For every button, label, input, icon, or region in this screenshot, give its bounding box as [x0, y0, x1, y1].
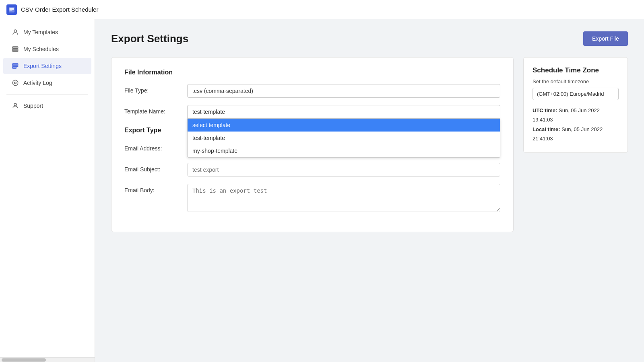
email-body-input[interactable] — [187, 184, 500, 212]
local-time-row: Local time: Sun, 05 Jun 2022 21:41:03 — [533, 125, 619, 144]
sidebar-scroll-thumb — [2, 358, 46, 362]
page-title: Export Settings — [111, 33, 188, 45]
svg-rect-3 — [12, 49, 18, 50]
person-icon — [11, 28, 19, 36]
sidebar-item-label: Activity Log — [23, 80, 52, 86]
template-option-my-shop-template[interactable]: my-shop-template — [188, 144, 500, 157]
app-title: CSV Order Export Scheduler — [21, 6, 99, 13]
sidebar: My Templates My Schedules — [0, 19, 95, 362]
utc-time-row: UTC time: Sun, 05 Jun 2022 19:41:03 — [533, 106, 619, 125]
timezone-card: Schedule Time Zone Set the default timez… — [523, 57, 628, 153]
email-subject-control — [187, 163, 500, 177]
sidebar-item-label: My Templates — [23, 29, 58, 35]
timezone-set-label: Set the default timezone — [533, 78, 619, 84]
main-content: Export Settings Export File File Informa… — [95, 19, 644, 362]
grid-icon — [11, 62, 19, 70]
topbar: CSV Order Export Scheduler — [0, 0, 644, 19]
template-name-select[interactable]: select template test-template my-shop-te… — [187, 105, 500, 119]
template-name-control: select template test-template my-shop-te… — [187, 105, 500, 119]
timezone-select[interactable]: (GMT+02:00) Europe/Madrid (GMT+00:00) UT… — [533, 88, 619, 100]
sidebar-item-support[interactable]: Support — [3, 98, 91, 114]
template-name-label: Template Name: — [124, 105, 181, 115]
app-logo — [6, 4, 17, 15]
list-icon — [11, 45, 19, 53]
sidebar-support-label: Support — [23, 103, 43, 109]
svg-rect-2 — [12, 47, 18, 48]
email-subject-input[interactable] — [187, 163, 500, 177]
sidebar-scrollbar[interactable] — [0, 357, 95, 362]
email-subject-row: Email Subject: — [124, 163, 500, 177]
support-person-icon — [11, 102, 19, 110]
local-time-label: Local time: — [533, 126, 560, 132]
page-header: Export Settings Export File — [111, 31, 628, 46]
utc-time-label: UTC time: — [533, 107, 557, 113]
svg-point-10 — [14, 103, 17, 106]
export-settings-card: File Information File Type: .csv (comma-… — [111, 57, 514, 232]
svg-rect-4 — [12, 50, 18, 51]
email-body-row: Email Body: — [124, 184, 500, 213]
email-body-control — [187, 184, 500, 213]
template-dropdown-list: select template test-template my-shop-te… — [187, 119, 500, 158]
sidebar-item-my-schedules[interactable]: My Schedules — [3, 41, 91, 57]
file-type-control: .csv (comma-separated) .tsv (tab-separat… — [187, 84, 500, 98]
svg-point-9 — [14, 82, 17, 84]
file-type-label: File Type: — [124, 84, 181, 94]
timezone-times: UTC time: Sun, 05 Jun 2022 19:41:03 Loca… — [533, 106, 619, 144]
sidebar-item-export-settings[interactable]: Export Settings — [3, 58, 91, 74]
svg-rect-7 — [12, 67, 16, 68]
template-option-select-template[interactable]: select template — [188, 119, 500, 132]
email-body-label: Email Body: — [124, 184, 181, 193]
svg-rect-5 — [12, 64, 18, 65]
template-name-row: Template Name: select template test-temp… — [124, 105, 500, 119]
svg-rect-6 — [12, 66, 18, 67]
export-file-button[interactable]: Export File — [583, 31, 628, 46]
sidebar-item-my-templates[interactable]: My Templates — [3, 24, 91, 40]
sidebar-item-label: My Schedules — [23, 46, 59, 52]
svg-point-8 — [12, 80, 18, 86]
email-address-label: Email Address: — [124, 142, 181, 152]
sidebar-divider — [6, 94, 88, 95]
activity-icon — [11, 79, 19, 87]
sidebar-item-activity-log[interactable]: Activity Log — [3, 75, 91, 91]
file-information-title: File Information — [124, 69, 500, 76]
sidebar-item-label: Export Settings — [23, 63, 62, 69]
timezone-title: Schedule Time Zone — [533, 66, 619, 74]
svg-point-1 — [14, 30, 17, 32]
template-option-test-template[interactable]: test-template — [188, 132, 500, 144]
content-area: File Information File Type: .csv (comma-… — [111, 57, 628, 232]
sidebar-nav: My Templates My Schedules — [0, 19, 95, 357]
email-subject-label: Email Subject: — [124, 163, 181, 173]
file-type-row: File Type: .csv (comma-separated) .tsv (… — [124, 84, 500, 98]
file-type-select[interactable]: .csv (comma-separated) .tsv (tab-separat… — [187, 84, 500, 98]
layout: My Templates My Schedules — [0, 19, 644, 362]
